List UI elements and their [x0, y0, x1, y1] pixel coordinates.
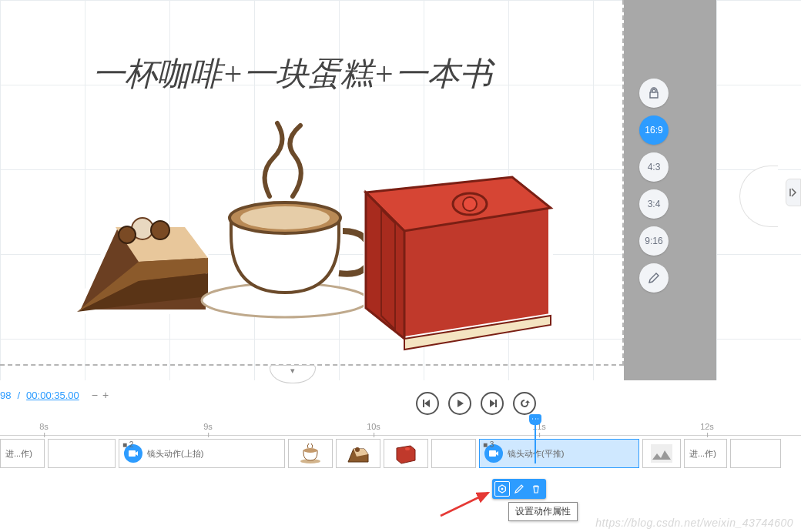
playhead[interactable]: [535, 417, 536, 463]
canvas-headline[interactable]: 一杯咖啡+一块蛋糕+一本书: [92, 52, 492, 95]
timeline-clip[interactable]: 进...作): [684, 439, 727, 468]
lock-icon: [648, 87, 660, 99]
clip-label: 进...作): [1, 448, 37, 460]
svg-point-12: [303, 448, 317, 453]
timeline-clip[interactable]: [384, 439, 428, 468]
svg-rect-16: [651, 444, 672, 463]
svg-point-2: [119, 226, 136, 243]
timeline-clip[interactable]: [288, 439, 333, 468]
prev-button[interactable]: [416, 392, 439, 415]
canvas-object-cake[interactable]: [69, 196, 216, 327]
lock-button[interactable]: [639, 79, 669, 108]
ratio-3-4[interactable]: 3:4: [639, 189, 669, 219]
hexagon-gear-icon: [498, 484, 507, 494]
svg-rect-9: [495, 400, 497, 407]
timeline-clip[interactable]: 进...作): [0, 439, 45, 468]
clip-settings-button[interactable]: [494, 481, 510, 497]
time-info: 98 / 00:00:35.00 − +: [0, 389, 109, 401]
loop-button[interactable]: [513, 392, 536, 415]
timeline-track[interactable]: 进...作)■ 2镜头动作(上抬)■ 3镜头动作(平推)进...作): [0, 436, 801, 471]
clip-label: 进...作): [685, 448, 721, 460]
aspect-ratio-column: 16:9 4:3 3:4 9:16: [639, 79, 669, 293]
ratio-edit-button[interactable]: [639, 263, 669, 293]
watermark: https://blog.csdn.net/weixin_43744600: [595, 517, 793, 529]
svg-point-7: [463, 197, 477, 211]
expand-right-panel[interactable]: [786, 179, 801, 206]
timeline: 8s 9s 10s 11s 12s 进...作)■ 2镜头动作(上抬)■ 3镜头…: [0, 422, 801, 507]
trash-icon: [531, 484, 541, 494]
ratio-4-3[interactable]: 4:3: [639, 152, 669, 182]
svg-point-14: [405, 447, 410, 450]
play-controls: [416, 392, 536, 415]
svg-rect-8: [423, 400, 424, 407]
timeline-clip[interactable]: [642, 439, 681, 468]
svg-point-13: [355, 447, 360, 452]
zoom-out[interactable]: −: [92, 389, 98, 401]
current-frame: 98: [0, 390, 11, 401]
svg-point-1: [151, 221, 169, 239]
svg-rect-10: [129, 450, 136, 457]
timeline-clip[interactable]: ■ 3镜头动作(平推): [479, 439, 639, 468]
canvas-area: 一杯咖啡+一块蛋糕+一本书: [0, 0, 801, 380]
ruler-tick: 10s: [367, 422, 380, 431]
canvas-object-book[interactable]: [343, 162, 566, 362]
ruler-tick: 12s: [700, 422, 714, 431]
clip-edit-button[interactable]: [511, 481, 527, 497]
pencil-icon: [648, 272, 660, 284]
clip-mini-toolbar: [492, 479, 546, 499]
play-button[interactable]: [448, 392, 471, 415]
svg-point-17: [501, 488, 504, 490]
timeline-clip[interactable]: [336, 439, 380, 468]
timeline-ruler[interactable]: 8s 9s 10s 11s 12s: [0, 422, 801, 436]
ruler-tick: 9s: [203, 422, 213, 431]
canvas-collapse-handle[interactable]: [270, 365, 316, 383]
canvas-dark-strip: [624, 0, 716, 380]
ratio-9-16[interactable]: 9:16: [639, 226, 669, 256]
zoom-in[interactable]: +: [102, 389, 109, 401]
svg-rect-15: [489, 450, 496, 457]
clip-label: 镜头动作(上抬): [147, 448, 203, 460]
total-duration[interactable]: 00:00:35.00: [26, 390, 79, 401]
pencil-icon: [514, 484, 524, 494]
tooltip: 设置动作属性: [508, 502, 578, 521]
ratio-16-9[interactable]: 16:9: [639, 115, 669, 145]
clip-badge: ■ 3: [483, 440, 494, 449]
playback-control-bar: 98 / 00:00:35.00 − +: [0, 389, 801, 420]
clip-delete-button[interactable]: [528, 481, 544, 497]
timeline-clip[interactable]: [431, 439, 476, 468]
timeline-clip[interactable]: [730, 439, 781, 468]
ruler-tick: 8s: [39, 422, 49, 431]
chevron-right-icon: [789, 188, 797, 197]
clip-badge: ■ 2: [122, 440, 133, 449]
timeline-clip[interactable]: [48, 439, 116, 468]
svg-point-5: [240, 206, 330, 229]
next-button[interactable]: [481, 392, 504, 415]
timeline-clip[interactable]: ■ 2镜头动作(上抬): [119, 439, 285, 468]
